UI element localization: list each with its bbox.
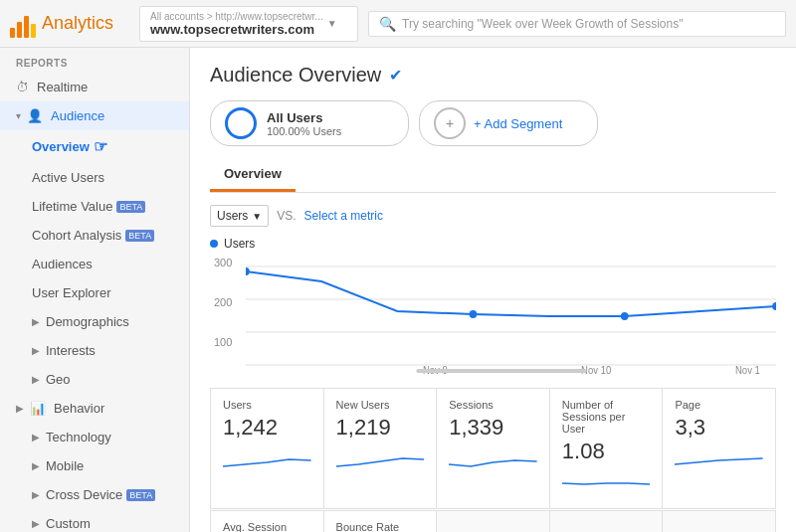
metric-label-avg-session: Avg. Session Duration [223, 521, 311, 532]
sidebar: REPORTS ⏱ Realtime ▾ 👤 Audience Overview… [0, 48, 190, 532]
sidebar-item-audience[interactable]: ▾ 👤 Audience [0, 101, 189, 130]
cross-device-badge: BETA [126, 489, 155, 501]
sidebar-item-label: Overview [32, 139, 90, 154]
sidebar-item-label: Audiences [32, 257, 93, 271]
metric-card-avg-session: Avg. Session Duration 00:00:42 [211, 511, 323, 532]
sidebar-item-demographics[interactable]: ▶ Demographics [0, 307, 189, 336]
behavior-icon: 📊 [30, 401, 46, 416]
legend-label-users: Users [224, 237, 255, 251]
dimension-label: Users [217, 209, 248, 223]
segment-info: All Users 100.00% Users [267, 110, 341, 137]
chart-wrapper: 300 200 100 [210, 257, 776, 376]
metric-card-empty-3 [663, 511, 775, 532]
sidebar-item-lifetime-value[interactable]: Lifetime Value BETA [0, 192, 189, 221]
sidebar-item-overview[interactable]: Overview ☞ [0, 130, 189, 163]
sidebar-item-label: Demographics [46, 314, 129, 329]
mobile-arrow-icon: ▶ [32, 460, 40, 471]
app-title: Analytics [42, 13, 113, 34]
svg-point-7 [772, 302, 776, 310]
chart-legend: Users [210, 237, 776, 251]
verified-icon: ✔ [389, 66, 402, 85]
chart-container: Users 300 200 100 [210, 237, 776, 376]
sidebar-item-label: Custom [46, 516, 91, 531]
segment-row: All Users 100.00% Users + + Add Segment [210, 100, 776, 146]
sidebar-item-label: Cohort Analysis [32, 228, 121, 243]
y-label-100: 100 [214, 336, 232, 348]
controls-row: Users ▼ VS. Select a metric [210, 205, 776, 227]
dimension-select[interactable]: Users ▼ [210, 205, 269, 227]
audience-icon: 👤 [27, 108, 43, 123]
add-segment-circle-icon: + [434, 107, 466, 139]
metric-value-users: 1,242 [223, 415, 311, 441]
metric-sparkline-new-users [336, 444, 425, 474]
metric-sparkline-sessions-per-user [562, 468, 651, 498]
breadcrumb-bar[interactable]: All accounts > http://www.topsecretwr...… [139, 6, 358, 42]
metrics-grid-row2: Avg. Session Duration 00:00:42 Bounce Ra… [210, 510, 776, 532]
cursor-icon: ☞ [94, 137, 107, 156]
vs-label: VS. [277, 209, 296, 223]
sidebar-item-label: Lifetime Value [32, 199, 112, 214]
sidebar-item-label: Realtime [37, 80, 88, 94]
metric-label-bounce-rate: Bounce Rate [336, 521, 425, 532]
sidebar-item-user-explorer[interactable]: User Explorer [0, 278, 189, 307]
sidebar-item-realtime[interactable]: ⏱ Realtime [0, 73, 189, 101]
breadcrumb-url: www.topsecretwriters.com [150, 22, 323, 37]
svg-text:Nov 1: Nov 1 [735, 365, 760, 376]
svg-point-5 [470, 310, 478, 318]
audience-arrow-icon: ▾ [16, 110, 21, 121]
metric-label-new-users: New Users [336, 399, 425, 411]
metric-value-sessions: 1,339 [449, 415, 537, 441]
y-label-200: 200 [214, 296, 232, 308]
metric-label-sessions-per-user: Number of Sessions per User [562, 399, 651, 435]
search-bar[interactable]: 🔍 Try searching "Week over Week Growth o… [368, 11, 786, 37]
tech-arrow-icon: ▶ [32, 432, 40, 443]
segment-all-users[interactable]: All Users 100.00% Users [210, 100, 409, 146]
logo-bar-3 [24, 16, 29, 38]
interests-arrow-icon: ▶ [32, 345, 40, 356]
segment-name: All Users [267, 110, 341, 125]
main-layout: REPORTS ⏱ Realtime ▾ 👤 Audience Overview… [0, 48, 796, 532]
sidebar-item-label: Behavior [54, 401, 104, 416]
svg-point-4 [246, 267, 250, 275]
logo-bar-1 [10, 28, 15, 38]
legend-dot-users [210, 240, 218, 248]
metric-card-users: Users 1,242 [211, 389, 323, 508]
sidebar-item-label: Interests [46, 343, 96, 358]
metric-card-bounce-rate: Bounce Rate 2.17% [324, 511, 437, 532]
sidebar-item-technology[interactable]: ▶ Technology [0, 423, 189, 451]
sidebar-item-cohort-analysis[interactable]: Cohort Analysis BETA [0, 221, 189, 250]
sidebar-item-audiences[interactable]: Audiences [0, 250, 189, 278]
cross-device-arrow-icon: ▶ [32, 489, 40, 500]
metric-sparkline-users [223, 444, 311, 474]
metric-value-pageviews: 3,3 [675, 415, 763, 441]
geo-arrow-icon: ▶ [32, 374, 40, 385]
metric-card-new-users: New Users 1,219 [324, 389, 437, 508]
cohort-analysis-badge: BETA [125, 230, 154, 242]
sidebar-item-cross-device[interactable]: ▶ Cross Device BETA [0, 480, 189, 509]
search-placeholder: Try searching "Week over Week Growth of … [402, 17, 683, 31]
sidebar-item-mobile[interactable]: ▶ Mobile [0, 451, 189, 480]
main-content: Audience Overview ✔ All Users 100.00% Us… [190, 48, 796, 532]
tab-overview[interactable]: Overview [210, 158, 296, 192]
sidebar-item-active-users[interactable]: Active Users [0, 163, 189, 192]
metric-card-pageviews: Page 3,3 [663, 389, 775, 508]
metric-card-empty-1 [437, 511, 549, 532]
metric-label-users: Users [223, 399, 311, 411]
breadcrumb-dropdown-arrow[interactable]: ▼ [327, 18, 337, 29]
sidebar-item-behavior[interactable]: ▶ 📊 Behavior [0, 394, 189, 423]
tab-overview-label: Overview [224, 166, 282, 181]
sidebar-item-interests[interactable]: ▶ Interests [0, 336, 189, 365]
sidebar-item-custom[interactable]: ▶ Custom [0, 509, 189, 532]
sidebar-item-label: Cross Device [46, 487, 122, 502]
sidebar-item-label: Geo [46, 372, 71, 387]
custom-arrow-icon: ▶ [32, 518, 40, 529]
y-label-300: 300 [214, 257, 232, 268]
search-icon: 🔍 [379, 16, 396, 32]
sidebar-item-geo[interactable]: ▶ Geo [0, 365, 189, 394]
page-title: Audience Overview [210, 64, 381, 87]
demographics-arrow-icon: ▶ [32, 316, 40, 327]
sidebar-item-label: Technology [46, 430, 111, 444]
select-metric-link[interactable]: Select a metric [304, 209, 383, 223]
add-segment-button[interactable]: + + Add Segment [419, 100, 598, 146]
segment-circle-icon [225, 107, 257, 139]
